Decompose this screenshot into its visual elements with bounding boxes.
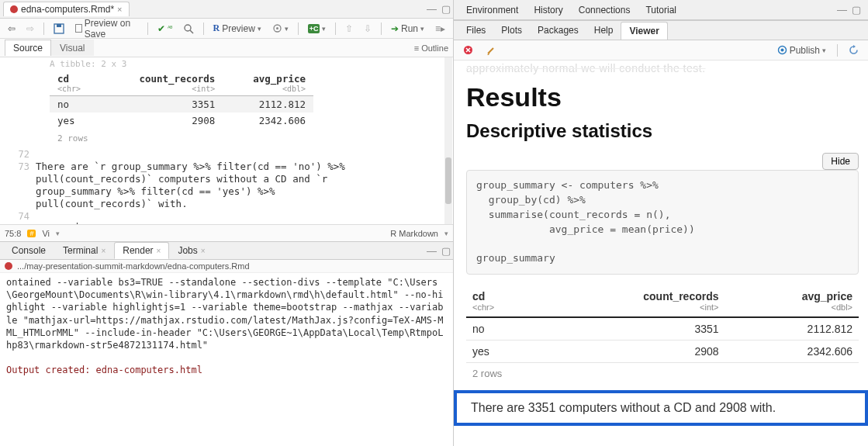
chunk-label[interactable]: Vi [42, 229, 50, 238]
chevron-down-icon: ▾ [258, 25, 261, 33]
highlighted-sentence: There are 3351 computers without a CD an… [454, 390, 868, 426]
table-row: yes 2908 2342.606 [466, 341, 859, 363]
tab-render[interactable]: Render× [114, 242, 169, 259]
code-line: ### Vis I [36, 223, 351, 224]
close-icon[interactable]: × [101, 247, 105, 255]
find-button[interactable] [180, 22, 197, 35]
run-button[interactable]: ➔ Run ▾ [388, 22, 427, 35]
text-cursor [77, 223, 84, 224]
tab-plots[interactable]: Plots [493, 22, 530, 39]
tab-viewer[interactable]: Viewer [621, 22, 667, 40]
save-icon [54, 23, 64, 34]
editor-statusbar: 75:8 # Vi ▾ R Markdown ▾ [0, 224, 453, 241]
tab-environment[interactable]: Environment [458, 2, 526, 19]
inline-tibble: cd<chr> count_records<int> avg_price<dbl… [50, 71, 313, 129]
go-prev-chunk-button[interactable]: ⇧ [342, 22, 356, 35]
editor-toolbar: ⇦ ⇨ Preview on Save ✔ᴬᴮ R Preview ▾ [0, 19, 453, 39]
col-cd: cd [57, 73, 69, 85]
close-icon[interactable]: × [117, 5, 122, 14]
refresh-viewer-button[interactable] [846, 44, 862, 56]
code-line: pull(count_records)` with. [36, 198, 351, 210]
tab-terminal[interactable]: Terminal× [54, 242, 114, 259]
viewer-content[interactable]: approximately normal we will conduct the… [454, 61, 868, 446]
render-path: .../may-presentation-summit-markdown/edn… [17, 261, 250, 271]
outline-icon: ≡ [414, 43, 419, 53]
checkbox-icon [75, 24, 82, 33]
clear-icon [463, 45, 473, 55]
rmd-file-icon [10, 5, 18, 13]
insert-chunk-button[interactable]: +C ▾ [305, 23, 330, 34]
svg-point-11 [780, 49, 783, 52]
cutoff-text: approximately normal we will conduct the… [466, 61, 859, 74]
col-count: count_records [139, 73, 215, 85]
tab-jobs[interactable]: Jobs× [169, 242, 213, 259]
publish-source-button[interactable]: ≡▸ [432, 22, 448, 35]
code-line: There are `r group_summary %>% filter(cd… [36, 161, 351, 173]
line-gutter: 72 73 74 ▾ 75 [0, 148, 36, 224]
publish-button[interactable]: Publish ▾ [774, 44, 829, 57]
visual-tab[interactable]: Visual [51, 40, 93, 56]
clear-viewer-button[interactable] [460, 44, 476, 56]
svg-point-5 [276, 27, 278, 29]
maximize-pane-icon[interactable]: ▢ [439, 3, 453, 15]
minimize-pane-icon[interactable]: — [835, 4, 849, 16]
tibble-header: A tibble: 2 x 3 [0, 57, 453, 71]
render-path-bar: .../may-presentation-summit-markdown/edn… [0, 260, 453, 273]
tab-help[interactable]: Help [586, 22, 621, 39]
tab-connections[interactable]: Connections [571, 2, 638, 19]
source-mode-tabs: Source Visual ≡ Outline [0, 39, 453, 57]
svg-point-2 [185, 25, 191, 31]
rmd-file-icon [5, 262, 12, 270]
preview-on-save-toggle[interactable]: Preview on Save [72, 17, 141, 40]
knit-options-button[interactable]: ▾ [269, 22, 292, 34]
preview-label: Preview [222, 23, 255, 34]
render-output[interactable]: ontained --variable bs3=TRUE --standalon… [0, 273, 453, 446]
broom-button[interactable] [482, 44, 500, 57]
close-icon[interactable]: × [201, 247, 206, 255]
maximize-pane-icon[interactable]: ▢ [439, 245, 453, 257]
source-tab[interactable]: Source [5, 40, 51, 56]
outline-toggle[interactable]: ≡ Outline [414, 43, 448, 53]
spellcheck-button[interactable]: ✔ᴬᴮ [154, 22, 175, 35]
back-button[interactable]: ⇦ [5, 22, 19, 35]
hide-code-button[interactable]: Hide [822, 153, 859, 170]
close-icon[interactable]: × [157, 247, 161, 255]
knit-preview-button[interactable]: R Preview ▾ [210, 22, 265, 35]
minimize-pane-icon[interactable]: — [424, 3, 439, 15]
source-file-tabs: edna-computers.Rmd* × — ▢ [0, 0, 453, 19]
editor-scrollbar[interactable] [444, 57, 452, 224]
maximize-pane-icon[interactable]: ▢ [849, 4, 863, 16]
tab-files[interactable]: Files [458, 22, 493, 39]
search-icon [183, 23, 194, 34]
run-label: Run [401, 23, 418, 34]
svg-line-3 [190, 30, 193, 33]
broom-icon [486, 45, 496, 56]
code-line: group_summary %>% filter(cd == 'yes') %>… [36, 185, 351, 198]
results-heading: Results [466, 82, 859, 112]
table-row: yes 2908 2342.606 [50, 112, 313, 129]
minimize-pane-icon[interactable]: — [424, 245, 439, 257]
preview-on-save-label: Preview on Save [85, 18, 138, 40]
go-next-chunk-button[interactable]: ⇩ [361, 22, 375, 35]
cursor-position: 75:8 [5, 229, 21, 238]
console-tabs: Console Terminal× Render× Jobs× — ▢ [0, 241, 453, 260]
source-editor[interactable]: A tibble: 2 x 3 cd<chr> count_records<in… [0, 57, 453, 224]
code-line: pull(count_records)` computers without a… [36, 173, 351, 185]
refresh-icon [849, 45, 859, 55]
viewer-toolbar: Publish ▾ [454, 40, 868, 61]
env-pane-tabs: Environment History Connections Tutorial… [454, 0, 868, 20]
viewer-table: cd<chr> count_records<int> avg_price<dbl… [466, 285, 859, 363]
outline-label: Outline [421, 43, 448, 53]
forward-button[interactable]: ⇨ [23, 22, 37, 35]
save-button[interactable] [50, 22, 67, 35]
publish-label: Publish [790, 45, 820, 56]
table-row: no 3351 2112.812 [466, 317, 859, 341]
file-mode-label[interactable]: R Markdown [390, 229, 438, 238]
tab-packages[interactable]: Packages [530, 22, 586, 39]
tab-tutorial[interactable]: Tutorial [638, 2, 684, 19]
descriptive-heading: Descriptive statistics [466, 120, 859, 142]
tab-history[interactable]: History [526, 2, 570, 19]
file-tab-edna[interactable]: edna-computers.Rmd* × [3, 2, 130, 16]
tab-console[interactable]: Console [3, 242, 54, 259]
render-success: Output created: edna-computers.html [6, 365, 202, 375]
